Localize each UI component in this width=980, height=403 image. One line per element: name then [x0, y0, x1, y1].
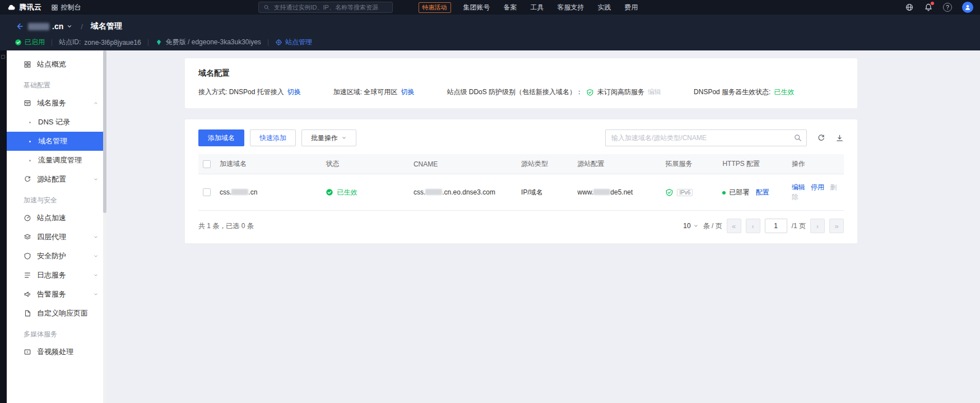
table-search — [605, 129, 807, 146]
gear-circle-icon — [275, 39, 282, 46]
column-https-config: HTTPS 配置 — [718, 154, 787, 174]
sidebar-item-site-acceleration[interactable]: 站点加速 — [7, 209, 106, 228]
column-extended-services: 拓展服务 — [661, 154, 718, 174]
shield-icon — [24, 252, 31, 260]
next-page-button[interactable]: › — [810, 219, 825, 233]
global-search-input[interactable] — [273, 3, 388, 11]
sidebar-item-security-protection[interactable]: 安全防护 — [7, 247, 106, 266]
topbar-link-icp[interactable]: 备案 — [504, 3, 517, 12]
search-icon — [263, 4, 270, 11]
collapsed-edge-strip — [0, 50, 7, 403]
acceleration-region-item: 加速区域: 全球可用区 切换 — [333, 87, 415, 97]
domain-table: 加速域名 状态 CNAME 源站类型 源站配置 拓展服务 HTTPS 配置 操作 — [198, 154, 844, 211]
disable-link[interactable]: 停用 — [811, 183, 824, 191]
site-manage-link[interactable]: 站点管理 — [275, 38, 312, 47]
export-button[interactable] — [835, 134, 844, 142]
page-size-select[interactable]: 10 — [683, 222, 698, 230]
https-configure-link[interactable]: 配置 — [756, 188, 769, 196]
batch-actions-button[interactable]: 批量操作 — [301, 129, 356, 146]
refresh-icon — [817, 134, 825, 142]
sidebar-item-l4-proxy[interactable]: 四层代理 — [7, 228, 106, 247]
check-circle-icon — [326, 188, 333, 196]
sidebar-item-traffic-scheduling[interactable]: 流量调度管理 — [7, 151, 106, 170]
sidebar-item-origin-config[interactable]: 源站配置 — [7, 170, 106, 189]
region-switch-link[interactable]: 切换 — [401, 87, 414, 97]
sidebar-item-alarm-service[interactable]: 告警服务 — [7, 285, 106, 304]
avatar[interactable] — [962, 2, 973, 13]
notifications-button[interactable] — [924, 3, 933, 12]
overview-grid-icon — [24, 61, 31, 68]
card-title: 域名配置 — [198, 68, 844, 78]
site-meta: 已启用 站点ID: zone-3l6p8jyaue16 免费版 / edgeon… — [15, 38, 980, 47]
site-name-suffix: .cn — [52, 22, 63, 31]
topbar-link-group-account[interactable]: 集团账号 — [463, 3, 490, 12]
help-button[interactable]: ? — [943, 3, 952, 12]
divider — [268, 39, 268, 46]
status-badge: 已启用 — [15, 38, 45, 47]
last-page-button[interactable]: » — [829, 219, 844, 233]
select-all-checkbox[interactable] — [203, 160, 211, 168]
chevron-down-icon — [93, 253, 99, 259]
chevron-down-icon — [693, 223, 699, 229]
edit-link[interactable]: 编辑 — [792, 183, 805, 191]
back-button[interactable] — [15, 22, 24, 31]
sidebar-item-log-service[interactable]: 日志服务 — [7, 266, 106, 285]
table-toolbar: 添加域名 快速添加 批量操作 — [198, 129, 844, 146]
console-nav[interactable]: 控制台 — [51, 3, 81, 12]
cell-actions: 编辑停用删除 — [787, 174, 844, 211]
sidebar-item-custom-response-page[interactable]: 自定义响应页面 — [7, 304, 106, 323]
prev-page-button[interactable]: ‹ — [746, 219, 760, 233]
cell-domain: css..cn — [215, 174, 321, 211]
site-selector[interactable]: .cn — [28, 22, 73, 31]
topbar-link-tools[interactable]: 工具 — [531, 3, 544, 12]
column-status: 状态 — [321, 154, 408, 174]
page-size-unit: 条 / 页 — [703, 221, 722, 231]
topbar-link-practice[interactable]: 实践 — [598, 3, 611, 12]
current-page-input[interactable]: 1 — [765, 219, 787, 233]
sidebar-item-domain-management[interactable]: 域名管理 — [7, 132, 106, 151]
column-origin-config: 源站配置 — [573, 154, 661, 174]
console-label: 控制台 — [61, 3, 81, 12]
config-row: 接入方式: DNSPod 托管接入 切换 加速区域: 全球可用区 切换 站点级 … — [198, 87, 844, 98]
add-domain-button[interactable]: 添加域名 — [198, 129, 244, 146]
access-mode-item: 接入方式: DNSPod 托管接入 切换 — [198, 87, 301, 97]
column-cname: CNAME — [409, 154, 517, 174]
plan-info: 免费版 / edgeone-3ka3uk30iyes — [155, 38, 261, 47]
ddos-protection-item: 站点级 DDoS 防护级别（包括新接入域名）： 未订阅高防服务 编辑 — [447, 87, 661, 97]
first-page-button[interactable]: « — [727, 219, 741, 233]
user-icon — [964, 3, 972, 11]
redacted-text — [231, 189, 248, 195]
layout: 站点概览 基础配置 域名服务 DNS 记录 域名管理 流量调度管理 源站配置 加… — [0, 50, 980, 403]
sidebar-scrollbar-thumb[interactable] — [103, 50, 106, 213]
topbar-link-billing[interactable]: 费用 — [625, 3, 638, 12]
sidebar-item-site-overview[interactable]: 站点概览 — [7, 55, 106, 74]
refresh-button[interactable] — [817, 134, 825, 142]
promo-tag[interactable]: 特惠活动 — [419, 2, 451, 13]
ddos-edit-link[interactable]: 编辑 — [648, 87, 661, 97]
dnspod-status-item: DNSPod 服务器生效状态: 已生效 — [694, 87, 794, 97]
redacted-text — [593, 189, 610, 195]
brand[interactable]: 腾讯云 — [7, 2, 42, 12]
sidebar-item-dns-records[interactable]: DNS 记录 — [7, 113, 106, 132]
sidebar-item-domain-service[interactable]: 域名服务 — [7, 94, 106, 113]
topbar-link-support[interactable]: 客服支持 — [558, 3, 584, 12]
sidebar-scrollbar — [103, 50, 106, 403]
download-icon — [835, 134, 844, 142]
chevron-down-icon — [93, 272, 99, 278]
global-search[interactable] — [258, 2, 393, 13]
domain-list-icon — [24, 99, 31, 107]
search-icon[interactable] — [793, 133, 802, 142]
row-checkbox[interactable] — [203, 188, 211, 196]
table-search-input[interactable] — [605, 129, 807, 146]
shield-check-icon — [586, 89, 594, 96]
sidebar-item-audio-video-processing[interactable]: 音视频处理 — [7, 342, 106, 362]
column-domain: 加速域名 — [215, 154, 321, 174]
origin-refresh-icon — [24, 175, 31, 183]
check-circle-icon — [15, 39, 22, 46]
language-globe-icon[interactable] — [905, 3, 914, 12]
chevron-down-icon — [341, 135, 347, 141]
panel-toggle-icon[interactable] — [1, 55, 5, 59]
access-switch-link[interactable]: 切换 — [287, 87, 301, 97]
quick-add-button[interactable]: 快速添加 — [250, 129, 296, 146]
sidebar-section-basic-config: 基础配置 — [7, 74, 106, 94]
